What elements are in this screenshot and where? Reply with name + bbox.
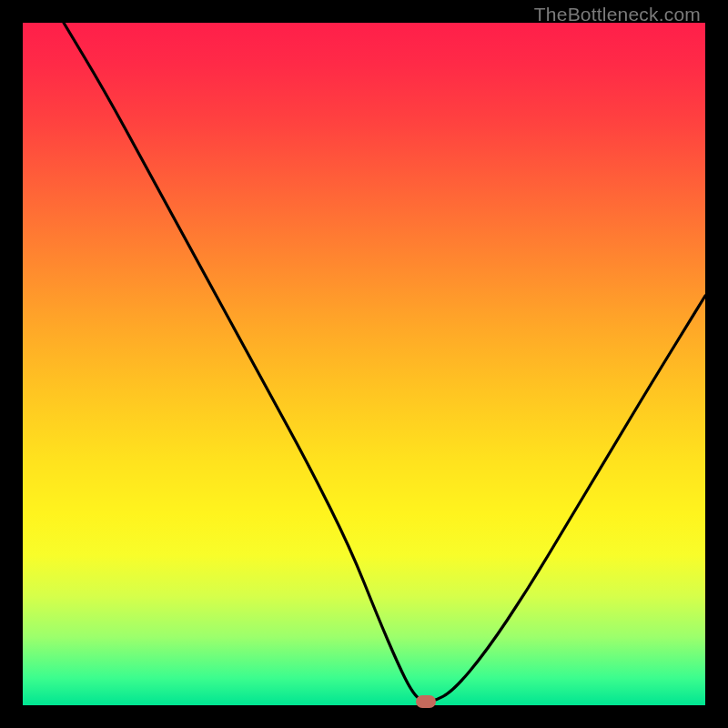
min-point-marker: [416, 695, 436, 708]
watermark-text: TheBottleneck.com: [534, 4, 701, 25]
bottleneck-curve: [23, 23, 705, 705]
chart-frame: [23, 23, 705, 705]
